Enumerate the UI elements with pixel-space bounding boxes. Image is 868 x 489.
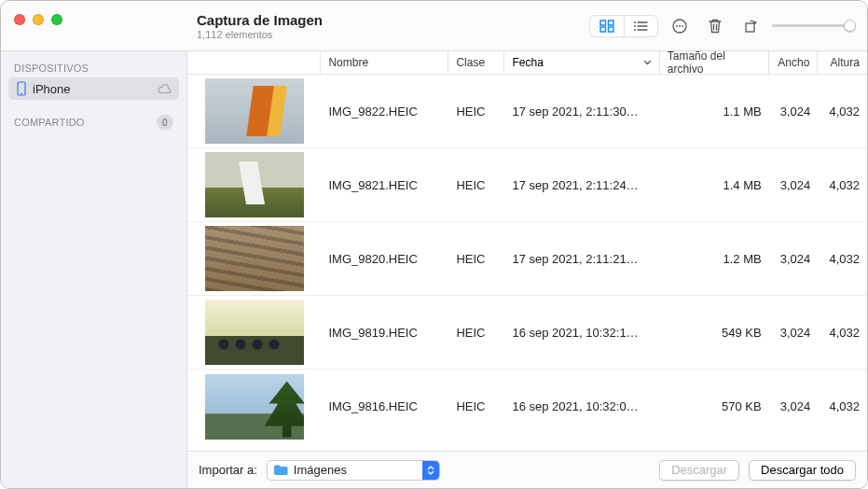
column-date-label: Fecha <box>512 56 543 69</box>
item-count: 1,112 elementos <box>197 29 323 40</box>
svg-point-6 <box>634 25 636 27</box>
cell-kind: HEIC <box>448 105 504 119</box>
slider-thumb[interactable] <box>844 20 856 32</box>
svg-rect-1 <box>608 21 613 25</box>
trash-icon <box>708 18 723 35</box>
list-icon <box>633 20 648 33</box>
thumbnail <box>205 78 304 144</box>
column-kind[interactable]: Clase <box>448 51 504 74</box>
column-height[interactable]: Altura <box>818 51 867 74</box>
column-name[interactable]: Nombre <box>321 51 448 74</box>
rotate-button[interactable] <box>737 15 765 37</box>
svg-rect-2 <box>600 27 606 32</box>
cell-kind: HEIC <box>448 178 504 192</box>
title-bar: Captura de Imagen 1,112 elementos <box>1 1 867 51</box>
table-row[interactable]: IMG_9820.HEIC HEIC 17 sep 2021, 2:11:21…… <box>187 222 867 296</box>
sort-indicator-icon <box>643 60 652 65</box>
cell-height: 4,032 <box>818 252 867 266</box>
cell-name: IMG_9822.HEIC <box>321 105 448 119</box>
column-headers: Nombre Clase Fecha Tamaño del archivo An… <box>187 51 867 75</box>
download-button[interactable]: Descargar <box>659 460 739 481</box>
cell-name: IMG_9820.HEIC <box>321 252 448 266</box>
close-window-button[interactable] <box>14 14 25 25</box>
shared-count-badge: 0 <box>157 115 173 130</box>
cell-kind: HEIC <box>448 252 504 266</box>
sidebar: DISPOSITIVOS iPhone COMPARTIDO 0 <box>1 51 187 488</box>
column-thumbnail[interactable] <box>187 51 321 74</box>
grid-view-button[interactable] <box>590 16 624 36</box>
cell-height: 4,032 <box>818 326 867 340</box>
chevron-up-down-icon <box>422 461 439 480</box>
footer: Importar a: Imágenes Descargar Descargar… <box>187 451 867 488</box>
column-width[interactable]: Ancho <box>769 51 819 74</box>
cell-size: 1.2 MB <box>660 252 769 266</box>
svg-rect-3 <box>608 27 613 32</box>
more-options-button[interactable] <box>666 15 694 37</box>
thumbnail-size-slider[interactable] <box>772 24 854 27</box>
sidebar-item-label: iPhone <box>33 82 157 96</box>
rotate-icon <box>742 18 759 35</box>
cell-width: 3,024 <box>769 326 819 340</box>
sidebar-devices-header: DISPOSITIVOS <box>1 57 186 77</box>
sidebar-shared-header: COMPARTIDO 0 <box>1 109 186 133</box>
import-to-label: Importar a: <box>199 463 257 477</box>
window-controls <box>1 14 76 25</box>
table-row[interactable]: IMG_9816.HEIC HEIC 16 sep 2021, 10:32:0…… <box>187 370 867 443</box>
cell-size: 549 KB <box>660 326 769 340</box>
delete-button[interactable] <box>701 15 729 37</box>
table-row[interactable]: IMG_9822.HEIC HEIC 17 sep 2021, 2:11:30…… <box>187 75 867 148</box>
cell-width: 3,024 <box>769 399 819 413</box>
app-window: Captura de Imagen 1,112 elementos <box>0 0 868 489</box>
svg-point-4 <box>634 21 636 23</box>
svg-point-11 <box>676 25 678 27</box>
download-all-button[interactable]: Descargar todo <box>749 460 856 481</box>
import-destination-label: Imágenes <box>294 463 422 477</box>
cell-date: 17 sep 2021, 2:11:21… <box>504 252 659 266</box>
ellipsis-circle-icon <box>671 18 688 35</box>
thumbnail <box>205 300 304 365</box>
folder-icon <box>273 464 288 476</box>
photo-list: IMG_9822.HEIC HEIC 17 sep 2021, 2:11:30…… <box>187 75 867 451</box>
svg-rect-0 <box>600 21 606 25</box>
cell-kind: HEIC <box>448 399 504 413</box>
svg-rect-14 <box>746 23 754 32</box>
svg-point-8 <box>634 29 636 31</box>
thumbnail <box>205 374 304 440</box>
thumbnail <box>205 226 304 291</box>
cell-date: 17 sep 2021, 2:11:30… <box>504 105 659 119</box>
import-destination-select[interactable]: Imágenes <box>267 460 440 481</box>
fullscreen-window-button[interactable] <box>51 14 62 25</box>
column-size[interactable]: Tamaño del archivo <box>660 51 769 74</box>
cell-size: 570 KB <box>660 399 769 413</box>
cell-date: 17 sep 2021, 2:11:24… <box>504 178 659 192</box>
cell-date: 16 sep 2021, 10:32:0… <box>504 399 659 413</box>
minimize-window-button[interactable] <box>33 14 44 25</box>
cloud-icon <box>157 84 172 94</box>
sidebar-item-iphone[interactable]: iPhone <box>8 77 179 100</box>
cell-width: 3,024 <box>769 178 819 192</box>
cell-name: IMG_9821.HEIC <box>321 178 448 192</box>
list-view-button[interactable] <box>624 16 657 36</box>
svg-point-12 <box>679 25 681 27</box>
cell-size: 1.1 MB <box>660 105 769 119</box>
grid-icon <box>599 20 614 33</box>
view-mode-segmented <box>589 15 659 37</box>
table-row[interactable]: IMG_9819.HEIC HEIC 16 sep 2021, 10:32:1…… <box>187 296 867 370</box>
cell-width: 3,024 <box>769 105 819 119</box>
column-date[interactable]: Fecha <box>504 51 659 74</box>
toolbar <box>589 15 868 37</box>
sidebar-shared-label: COMPARTIDO <box>14 117 85 128</box>
cell-date: 16 sep 2021, 10:32:1… <box>504 326 659 340</box>
iphone-icon <box>16 81 27 96</box>
cell-width: 3,024 <box>769 252 819 266</box>
title-block: Captura de Imagen 1,112 elementos <box>197 12 323 40</box>
main-content: Nombre Clase Fecha Tamaño del archivo An… <box>187 51 867 488</box>
cell-size: 1.4 MB <box>660 178 769 192</box>
thumbnail <box>205 152 304 217</box>
table-row[interactable]: IMG_9821.HEIC HEIC 17 sep 2021, 2:11:24…… <box>187 148 867 222</box>
cell-name: IMG_9819.HEIC <box>321 326 448 340</box>
app-title: Captura de Imagen <box>197 12 323 28</box>
cell-height: 4,032 <box>818 399 867 413</box>
cell-name: IMG_9816.HEIC <box>321 399 448 413</box>
cell-height: 4,032 <box>818 105 867 119</box>
